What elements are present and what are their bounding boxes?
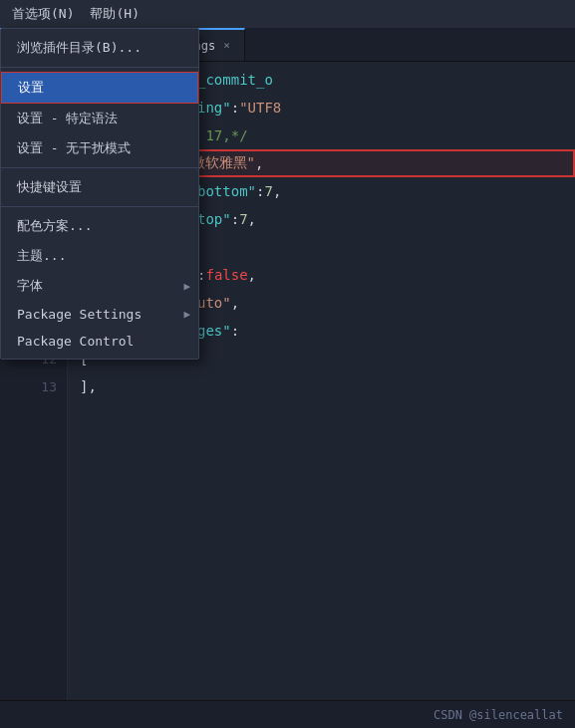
menu-separator-1 bbox=[1, 67, 198, 68]
code-colon-2: : bbox=[231, 100, 239, 116]
code-value-8: false bbox=[205, 267, 247, 283]
menu-item-settings-syntax-label: 设置 - 特定语法 bbox=[17, 110, 118, 127]
menu-separator-3 bbox=[1, 206, 198, 207]
menu-item-package-control-label: Package Control bbox=[17, 334, 134, 349]
code-comma-8: , bbox=[248, 267, 256, 283]
statusbar-text: CSDN @silenceallat bbox=[433, 708, 563, 722]
code-comma-9: , bbox=[231, 295, 239, 311]
menu-item-font-label: 字体 bbox=[17, 277, 43, 295]
menu-item-package-settings[interactable]: Package Settings ▶ bbox=[1, 301, 198, 328]
menu-separator-2 bbox=[1, 167, 198, 168]
menu-item-settings-label: 设置 bbox=[18, 79, 44, 97]
statusbar: CSDN @silenceallat bbox=[0, 700, 575, 728]
code-comma-4: , bbox=[255, 155, 263, 171]
menu-item-browse-packages[interactable]: 浏览插件目录(B)... bbox=[1, 33, 198, 63]
menu-help[interactable]: 帮助(H) bbox=[82, 1, 146, 27]
code-comma-6: , bbox=[248, 211, 256, 227]
menu-item-theme-label: 主题... bbox=[17, 247, 66, 265]
code-bracket-close: ], bbox=[80, 378, 97, 394]
package-settings-submenu-arrow: ▶ bbox=[183, 308, 190, 321]
code-value-2: "UTF8 bbox=[239, 100, 281, 116]
menu-item-settings-syntax[interactable]: 设置 - 特定语法 bbox=[1, 104, 198, 133]
font-submenu-arrow: ▶ bbox=[183, 280, 190, 293]
code-value-6: 7 bbox=[239, 211, 247, 227]
menu-item-theme[interactable]: 主题... bbox=[1, 241, 198, 271]
menu-item-color-scheme[interactable]: 配色方案... bbox=[1, 211, 198, 241]
tab-close-button[interactable]: × bbox=[223, 39, 230, 52]
menu-item-settings[interactable]: 设置 bbox=[1, 72, 198, 104]
menu-item-color-scheme-label: 配色方案... bbox=[17, 217, 92, 235]
editor-area: 首选项(N) 帮助(H) Preferences.sublime-setting… bbox=[0, 0, 575, 728]
code-line-12: ], bbox=[80, 372, 575, 400]
menu-item-settings-distraction-free[interactable]: 设置 - 无干扰模式 bbox=[1, 133, 198, 163]
code-colon-5: : bbox=[256, 183, 264, 199]
code-colon-10: : bbox=[231, 323, 239, 339]
code-colon-6: : bbox=[231, 211, 239, 227]
line-num-13: 13 bbox=[0, 372, 67, 400]
menu-preferences[interactable]: 首选项(N) bbox=[4, 1, 82, 27]
menu-item-key-bindings[interactable]: 快捷键设置 bbox=[1, 172, 198, 202]
menu-item-package-settings-label: Package Settings bbox=[17, 307, 142, 322]
menu-item-package-control[interactable]: Package Control bbox=[1, 328, 198, 355]
dropdown-menu: 浏览插件目录(B)... 设置 设置 - 特定语法 设置 - 无干扰模式 快捷键… bbox=[0, 28, 199, 360]
menu-item-key-bindings-label: 快捷键设置 bbox=[17, 178, 82, 196]
menu-item-font[interactable]: 字体 ▶ bbox=[1, 271, 198, 301]
code-comma-5: , bbox=[273, 183, 281, 199]
menu-item-browse-packages-label: 浏览插件目录(B)... bbox=[17, 39, 142, 57]
code-value-5: 7 bbox=[264, 183, 272, 199]
menubar: 首选项(N) 帮助(H) bbox=[0, 0, 575, 28]
menu-item-settings-distraction-free-label: 设置 - 无干扰模式 bbox=[17, 139, 131, 157]
